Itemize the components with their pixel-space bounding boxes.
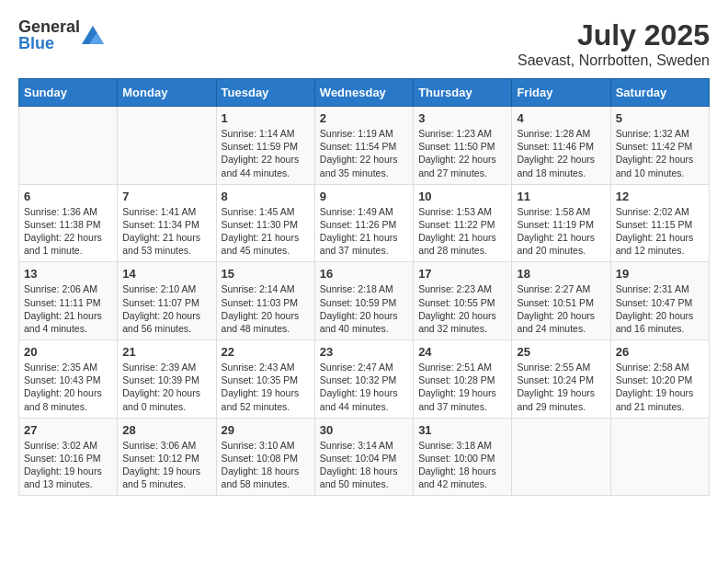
- weekday-header-sunday: Sunday: [19, 79, 118, 107]
- day-number: 13: [24, 267, 112, 281]
- day-info: Sunrise: 2:23 AM Sunset: 10:55 PM Daylig…: [418, 282, 506, 335]
- calendar-cell: 23Sunrise: 2:47 AM Sunset: 10:32 PM Dayl…: [314, 340, 413, 419]
- day-info: Sunrise: 1:28 AM Sunset: 11:46 PM Daylig…: [517, 127, 605, 179]
- day-info: Sunrise: 1:32 AM Sunset: 11:42 PM Daylig…: [616, 127, 704, 179]
- calendar-week-row: 20Sunrise: 2:35 AM Sunset: 10:43 PM Dayl…: [19, 340, 710, 419]
- calendar-cell: 31Sunrise: 3:18 AM Sunset: 10:00 PM Dayl…: [414, 418, 512, 496]
- day-number: 15: [222, 267, 310, 281]
- day-info: Sunrise: 2:35 AM Sunset: 10:43 PM Daylig…: [24, 361, 112, 413]
- day-number: 4: [517, 111, 605, 125]
- day-info: Sunrise: 2:39 AM Sunset: 10:39 PM Daylig…: [122, 361, 210, 413]
- calendar-week-row: 6Sunrise: 1:36 AM Sunset: 11:38 PM Dayli…: [19, 184, 710, 262]
- day-info: Sunrise: 3:06 AM Sunset: 10:12 PM Daylig…: [122, 439, 210, 491]
- calendar-cell: 28Sunrise: 3:06 AM Sunset: 10:12 PM Dayl…: [118, 418, 216, 496]
- day-info: Sunrise: 1:19 AM Sunset: 11:54 PM Daylig…: [320, 127, 408, 179]
- calendar-cell: 11Sunrise: 1:58 AM Sunset: 11:19 PM Dayl…: [512, 184, 610, 262]
- calendar-cell: 16Sunrise: 2:18 AM Sunset: 10:59 PM Dayl…: [314, 262, 413, 340]
- logo: General Blue: [18, 18, 104, 52]
- day-info: Sunrise: 2:47 AM Sunset: 10:32 PM Daylig…: [320, 361, 408, 413]
- calendar-cell: 2Sunrise: 1:19 AM Sunset: 11:54 PM Dayli…: [314, 107, 413, 185]
- calendar-cell: [19, 107, 118, 185]
- calendar-cell: 20Sunrise: 2:35 AM Sunset: 10:43 PM Dayl…: [19, 340, 118, 419]
- day-number: 22: [222, 345, 310, 359]
- calendar-cell: 12Sunrise: 2:02 AM Sunset: 11:15 PM Dayl…: [610, 184, 709, 262]
- day-number: 11: [517, 190, 605, 203]
- day-info: Sunrise: 2:06 AM Sunset: 11:11 PM Daylig…: [24, 282, 112, 335]
- calendar-cell: 29Sunrise: 3:10 AM Sunset: 10:08 PM Dayl…: [216, 418, 314, 496]
- calendar-cell: 4Sunrise: 1:28 AM Sunset: 11:46 PM Dayli…: [512, 107, 610, 185]
- day-number: 20: [24, 345, 112, 359]
- logo-icon: [82, 26, 104, 44]
- day-number: 14: [122, 267, 210, 281]
- day-number: 7: [122, 190, 210, 203]
- day-number: 1: [222, 111, 310, 125]
- calendar-cell: 27Sunrise: 3:02 AM Sunset: 10:16 PM Dayl…: [19, 418, 118, 496]
- day-number: 23: [320, 345, 408, 359]
- calendar-cell: 7Sunrise: 1:41 AM Sunset: 11:34 PM Dayli…: [118, 184, 216, 262]
- calendar-cell: 14Sunrise: 2:10 AM Sunset: 11:07 PM Dayl…: [118, 262, 216, 340]
- calendar-cell: 9Sunrise: 1:49 AM Sunset: 11:26 PM Dayli…: [314, 184, 413, 262]
- logo-general: General: [18, 17, 80, 36]
- weekday-header-thursday: Thursday: [414, 79, 512, 107]
- day-number: 28: [122, 423, 210, 437]
- day-number: 31: [418, 423, 506, 437]
- calendar-cell: 19Sunrise: 2:31 AM Sunset: 10:47 PM Dayl…: [610, 262, 709, 340]
- day-number: 30: [320, 423, 408, 437]
- day-number: 29: [222, 423, 310, 437]
- location-title: Saevast, Norrbotten, Sweden: [518, 52, 710, 69]
- day-number: 18: [517, 267, 605, 281]
- calendar-week-row: 1Sunrise: 1:14 AM Sunset: 11:59 PM Dayli…: [19, 107, 710, 185]
- calendar-cell: 26Sunrise: 2:58 AM Sunset: 10:20 PM Dayl…: [610, 340, 709, 419]
- month-title: July 2025: [518, 18, 710, 52]
- day-number: 26: [616, 345, 704, 359]
- calendar-cell: 5Sunrise: 1:32 AM Sunset: 11:42 PM Dayli…: [610, 107, 709, 185]
- day-number: 3: [418, 111, 506, 125]
- day-info: Sunrise: 2:55 AM Sunset: 10:24 PM Daylig…: [517, 361, 605, 413]
- day-number: 9: [320, 190, 408, 203]
- day-number: 12: [616, 190, 704, 203]
- weekday-header-wednesday: Wednesday: [314, 79, 413, 107]
- day-number: 27: [24, 423, 112, 437]
- day-number: 21: [122, 345, 210, 359]
- day-number: 8: [222, 190, 310, 203]
- calendar-cell: 10Sunrise: 1:53 AM Sunset: 11:22 PM Dayl…: [414, 184, 512, 262]
- day-info: Sunrise: 3:14 AM Sunset: 10:04 PM Daylig…: [320, 439, 408, 491]
- weekday-header-monday: Monday: [118, 79, 216, 107]
- calendar-cell: 13Sunrise: 2:06 AM Sunset: 11:11 PM Dayl…: [19, 262, 118, 340]
- day-info: Sunrise: 2:02 AM Sunset: 11:15 PM Daylig…: [616, 205, 704, 258]
- calendar-cell: 25Sunrise: 2:55 AM Sunset: 10:24 PM Dayl…: [512, 340, 610, 419]
- day-number: 5: [616, 111, 704, 125]
- day-number: 19: [616, 267, 704, 281]
- day-info: Sunrise: 2:43 AM Sunset: 10:35 PM Daylig…: [222, 361, 310, 413]
- calendar-week-row: 27Sunrise: 3:02 AM Sunset: 10:16 PM Dayl…: [19, 418, 710, 496]
- day-info: Sunrise: 3:18 AM Sunset: 10:00 PM Daylig…: [418, 439, 506, 491]
- calendar-cell: 17Sunrise: 2:23 AM Sunset: 10:55 PM Dayl…: [414, 262, 512, 340]
- day-info: Sunrise: 2:58 AM Sunset: 10:20 PM Daylig…: [616, 361, 704, 413]
- day-info: Sunrise: 1:36 AM Sunset: 11:38 PM Daylig…: [24, 205, 112, 258]
- day-number: 10: [418, 190, 506, 203]
- day-number: 17: [418, 267, 506, 281]
- day-info: Sunrise: 1:23 AM Sunset: 11:50 PM Daylig…: [418, 127, 506, 179]
- weekday-header-tuesday: Tuesday: [216, 79, 314, 107]
- calendar-week-row: 13Sunrise: 2:06 AM Sunset: 11:11 PM Dayl…: [19, 262, 710, 340]
- day-info: Sunrise: 3:02 AM Sunset: 10:16 PM Daylig…: [24, 439, 112, 491]
- day-number: 2: [320, 111, 408, 125]
- day-number: 25: [517, 345, 605, 359]
- calendar-header-row: SundayMondayTuesdayWednesdayThursdayFrid…: [19, 79, 710, 107]
- day-info: Sunrise: 1:45 AM Sunset: 11:30 PM Daylig…: [222, 205, 310, 258]
- calendar-cell: [512, 418, 610, 496]
- day-info: Sunrise: 1:14 AM Sunset: 11:59 PM Daylig…: [222, 127, 310, 179]
- calendar-cell: 24Sunrise: 2:51 AM Sunset: 10:28 PM Dayl…: [414, 340, 512, 419]
- page-header: General Blue July 2025 Saevast, Norrbott…: [18, 18, 710, 69]
- title-block: July 2025 Saevast, Norrbotten, Sweden: [518, 18, 710, 69]
- day-info: Sunrise: 2:14 AM Sunset: 11:03 PM Daylig…: [222, 282, 310, 335]
- calendar-cell: 1Sunrise: 1:14 AM Sunset: 11:59 PM Dayli…: [216, 107, 314, 185]
- day-info: Sunrise: 2:18 AM Sunset: 10:59 PM Daylig…: [320, 282, 408, 335]
- day-info: Sunrise: 1:53 AM Sunset: 11:22 PM Daylig…: [418, 205, 506, 258]
- calendar-cell: 21Sunrise: 2:39 AM Sunset: 10:39 PM Dayl…: [118, 340, 216, 419]
- calendar-cell: 8Sunrise: 1:45 AM Sunset: 11:30 PM Dayli…: [216, 184, 314, 262]
- day-info: Sunrise: 2:10 AM Sunset: 11:07 PM Daylig…: [122, 282, 210, 335]
- calendar-cell: 3Sunrise: 1:23 AM Sunset: 11:50 PM Dayli…: [414, 107, 512, 185]
- logo-blue: Blue: [18, 34, 54, 52]
- day-info: Sunrise: 2:27 AM Sunset: 10:51 PM Daylig…: [517, 282, 605, 335]
